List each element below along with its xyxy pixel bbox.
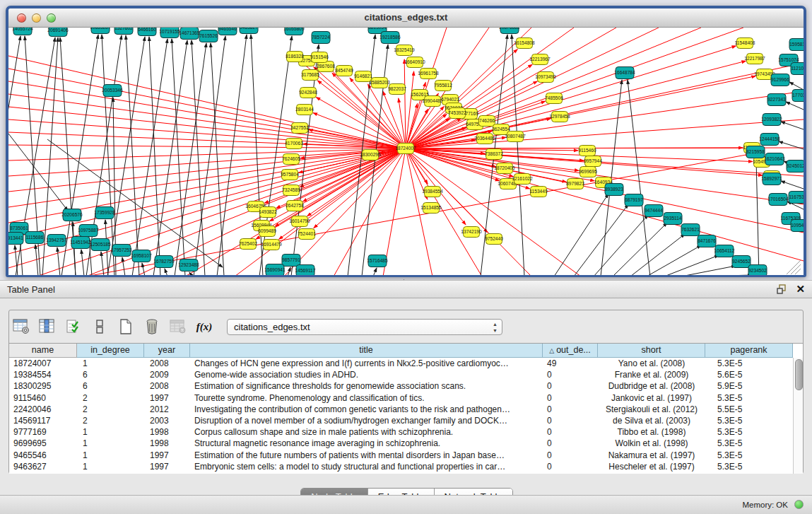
table-settings-icon[interactable] <box>12 317 30 336</box>
graph-node[interactable]: 6466160 <box>138 28 156 36</box>
graph-node-selected[interactable]: 18720405 <box>494 163 515 174</box>
graph-node-selected[interactable]: 19384554 <box>422 187 443 197</box>
edge[interactable] <box>647 245 701 275</box>
edge[interactable] <box>756 159 759 275</box>
graph-node[interactable]: 7857224 <box>312 32 330 44</box>
graph-node-selected[interactable]: 9752440 <box>485 234 503 245</box>
graph-node[interactable]: 1121063 <box>791 63 804 75</box>
graph-node-selected[interactable]: 7386372 <box>485 149 503 160</box>
graph-node[interactable]: 9463627 <box>240 28 258 34</box>
graph-node-selected[interactable]: 15885203 <box>369 78 390 88</box>
resize-grip-icon[interactable] <box>791 264 801 274</box>
graph-node[interactable]: 9245652 <box>732 256 751 268</box>
clear-selection-icon[interactable] <box>90 317 109 336</box>
graph-node[interactable]: 14671365 <box>179 28 200 40</box>
column-header-out_degree[interactable]: △out_de... <box>543 344 598 358</box>
graph-node[interactable]: 9245012 <box>787 160 804 173</box>
table-row[interactable]: 1938455462009Genome-wide association stu… <box>9 369 793 380</box>
table-row[interactable]: 946362711997Embryonic stem cells: a mode… <box>9 461 793 472</box>
graph-node[interactable]: 15716485 <box>367 255 388 267</box>
function-icon[interactable]: f(x) <box>195 317 213 336</box>
graph-node[interactable]: 20206576 <box>61 209 83 221</box>
graph-node-selected[interactable]: 9575804 <box>281 170 299 180</box>
graph-node[interactable]: 1595813 <box>789 39 804 51</box>
close-panel-icon[interactable]: ✕ <box>796 284 805 295</box>
graph-node-selected[interactable]: 6099489 <box>258 226 276 237</box>
graph-node-selected[interactable]: 10973493 <box>535 72 556 83</box>
edge[interactable] <box>574 204 628 275</box>
new-document-icon[interactable] <box>117 317 135 336</box>
graph-node[interactable]: 10654112 <box>714 245 735 257</box>
graph-node[interactable]: 1770350 <box>792 90 804 102</box>
graph-node-selected[interactable]: 18300295 <box>360 150 381 160</box>
graph-node-selected[interactable]: 16014790 <box>289 216 310 227</box>
column-header-title[interactable]: title <box>190 344 543 358</box>
graph-node[interactable]: 7632621 <box>681 224 700 236</box>
table-select-dropdown[interactable]: citations_edges.txt ▲ ▼ <box>227 319 502 335</box>
edge-selected[interactable] <box>309 129 406 148</box>
graph-node[interactable]: 9857791 <box>282 255 300 267</box>
graph-node-selected[interactable]: 9242848 <box>299 88 317 98</box>
edge[interactable] <box>107 37 145 275</box>
graph-node[interactable]: 10653287 <box>90 28 111 34</box>
window-titlebar[interactable]: citations_edges.txt <box>8 8 804 28</box>
graph-node-selected[interactable]: 2642758 <box>286 201 304 211</box>
graph-node[interactable]: 12505185 <box>90 239 111 251</box>
graph-node-selected[interactable]: 13742190 <box>461 227 482 238</box>
graph-node[interactable]: 16210643 <box>764 153 785 165</box>
edge-selected[interactable] <box>8 145 406 148</box>
graph-node-selected[interactable]: 16640910 <box>404 57 425 68</box>
graph-node-selected[interactable]: 12978458 <box>549 112 570 122</box>
graph-node-selected[interactable]: 7524401 <box>298 229 316 240</box>
graph-node[interactable]: 8471676 <box>698 235 716 247</box>
graph-node[interactable]: 14055724 <box>12 28 33 35</box>
graph-node-selected[interactable]: 1493822 <box>259 207 277 218</box>
row-checks-icon[interactable] <box>64 317 83 336</box>
graph-node-selected[interactable]: 7624605 <box>282 154 300 165</box>
edge-selected[interactable] <box>406 148 804 261</box>
edge[interactable] <box>132 39 167 275</box>
table-row[interactable]: 977716911998Corpus callosum shape and si… <box>9 426 793 438</box>
graph-node[interactable]: 1095482 <box>791 220 804 232</box>
table-row[interactable]: 969969511998Structural magnetic resonanc… <box>9 438 793 449</box>
edge[interactable] <box>81 250 84 275</box>
vertical-scrollbar[interactable] <box>793 358 803 474</box>
graph-node[interactable]: 12093822 <box>761 114 782 126</box>
graph-node[interactable]: 20691406 <box>47 28 69 37</box>
graph-node[interactable]: 9465546 <box>218 28 237 35</box>
graph-node-selected[interactable]: 10807487 <box>505 132 526 142</box>
edge[interactable] <box>664 255 719 275</box>
table-row[interactable]: 2242004622012Investigating the contribut… <box>9 404 793 415</box>
graph-node-selected[interactable]: 9151546 <box>310 52 329 63</box>
graph-node[interactable]: 14569117 <box>295 265 316 276</box>
column-header-in_degree[interactable]: in_degree <box>77 344 144 358</box>
graph-node[interactable]: 17359928 <box>94 207 115 219</box>
graph-node[interactable]: 11451942 <box>71 237 91 249</box>
network-window[interactable]: citations_edges.txt 18724007183002951938… <box>6 6 806 277</box>
graph-node[interactable]: 8215958 <box>746 146 765 158</box>
edge[interactable] <box>781 122 804 129</box>
graph-node-selected[interactable]: 16154808 <box>514 38 535 49</box>
network-canvas[interactable]: 1872400718300295193845549777169649756874… <box>8 28 804 275</box>
dropdown-stepper-icon[interactable]: ▲ ▼ <box>493 321 498 334</box>
table-row[interactable]: 1456911722003Disruption of a novel membe… <box>9 415 793 426</box>
graph-node[interactable]: 15892971 <box>761 173 782 185</box>
graph-node-selected[interactable]: 7485506 <box>545 93 563 104</box>
graph-node-selected[interactable]: 12213967 <box>529 54 551 65</box>
column-header-pagerank[interactable]: pagerank <box>705 344 793 358</box>
graph-node-selected[interactable]: 9146821 <box>354 71 372 82</box>
edge-selected[interactable] <box>406 28 743 148</box>
edge[interactable] <box>628 80 650 275</box>
edge-selected[interactable] <box>8 148 406 268</box>
graph-node[interactable]: 3913441 <box>8 233 23 245</box>
table-row[interactable]: 1872400712008Changes of HCN gene express… <box>9 358 793 369</box>
graph-node[interactable]: 7615526 <box>199 30 218 42</box>
graph-node[interactable]: 16782759 <box>153 256 175 268</box>
edge-selected[interactable] <box>8 81 406 148</box>
graph-node-selected[interactable]: 15134855 <box>420 203 442 214</box>
delete-icon[interactable] <box>143 317 161 336</box>
edge-selected[interactable] <box>8 69 406 148</box>
graph-node-selected[interactable]: 12161022 <box>512 174 533 185</box>
graph-node[interactable]: 12923488 <box>178 259 199 271</box>
edge-selected[interactable] <box>8 107 406 148</box>
